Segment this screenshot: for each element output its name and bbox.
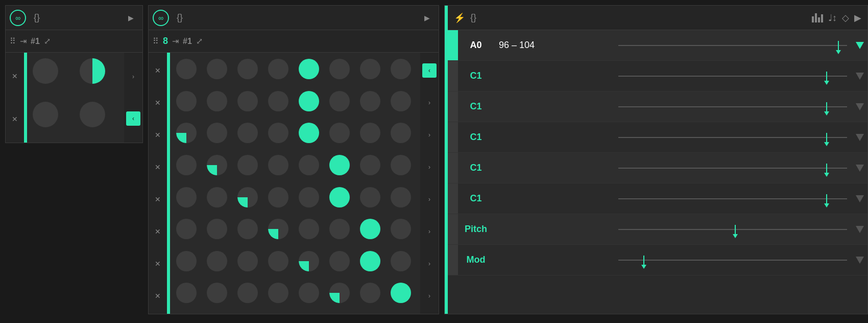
p2-arr-4[interactable]: › <box>422 192 437 206</box>
circle-5-0[interactable] <box>174 217 199 241</box>
p2-arr-3[interactable]: › <box>422 160 437 174</box>
circle-1-1[interactable] <box>205 89 229 113</box>
note-row-5[interactable]: C1 <box>448 183 867 214</box>
panel1-arrowin-icon[interactable]: ⇥ <box>20 36 27 46</box>
p2-arr-2[interactable]: › <box>422 128 437 142</box>
note-bookmark-2[interactable] <box>852 91 867 122</box>
panel3-pitch-icon[interactable]: ◇ <box>842 12 849 24</box>
circle-2-1[interactable] <box>205 121 229 145</box>
panel2-dots-icon[interactable]: ⠿ <box>153 36 159 46</box>
panel1-loop-icon[interactable]: ∞ <box>10 10 26 26</box>
panel3-note-icon[interactable]: ♩↕ <box>828 12 837 24</box>
circle-2-6[interactable] <box>358 121 382 145</box>
note-bookmark-4[interactable] <box>852 153 867 183</box>
circle-0-6[interactable] <box>358 57 382 81</box>
note-bookmark-5[interactable] <box>852 183 867 214</box>
circle-5-3[interactable] <box>266 217 291 241</box>
circle-3-5[interactable] <box>327 153 352 177</box>
circle-1-6[interactable] <box>358 89 382 113</box>
panel3-play-icon[interactable]: ▶ <box>854 12 861 24</box>
circle-2-7[interactable] <box>389 121 413 145</box>
panel1-resize-icon[interactable]: ⤢ <box>44 36 51 46</box>
p2-arr-5[interactable]: › <box>422 224 437 239</box>
circle-4-6[interactable] <box>358 185 382 210</box>
panel1-braces-icon[interactable]: {} <box>29 10 44 26</box>
circle-0-4[interactable] <box>297 57 321 81</box>
circle-4-0[interactable] <box>174 185 199 210</box>
circle-1-3[interactable] <box>266 89 291 113</box>
panel2-braces-icon[interactable]: {} <box>172 10 187 26</box>
circle-5-6[interactable] <box>358 217 382 241</box>
circle-4-4[interactable] <box>297 185 321 210</box>
panel1-play-icon[interactable]: ▶ <box>123 10 138 26</box>
note-bookmark-3[interactable] <box>852 122 867 152</box>
circle-4-3[interactable] <box>266 185 291 210</box>
note-slider-area-4[interactable] <box>613 168 852 169</box>
p2-x-6[interactable]: ✕ <box>153 226 163 237</box>
circle-7-3[interactable] <box>266 281 291 305</box>
circle-3-4[interactable] <box>297 153 321 177</box>
note-bookmark-1[interactable] <box>852 61 867 91</box>
panel3-bolt-icon[interactable]: ⚡ <box>454 12 465 24</box>
p2-arr-0[interactable]: ‹ <box>422 63 437 78</box>
circle-2-5[interactable] <box>327 121 352 145</box>
circle-6-1[interactable] <box>205 249 229 273</box>
circle-7-5[interactable] <box>327 281 352 305</box>
cell-0-0[interactable] <box>31 57 60 85</box>
panel3-braces-icon[interactable]: {} <box>470 12 476 23</box>
panel2-loop-icon[interactable]: ∞ <box>153 10 169 26</box>
circle-3-0[interactable] <box>174 153 199 177</box>
circle-5-5[interactable] <box>327 217 352 241</box>
cell-1-1[interactable] <box>78 100 107 129</box>
circle-6-2[interactable] <box>235 249 260 273</box>
note-row-7[interactable]: Mod <box>448 245 867 275</box>
note-slider-area-1[interactable] <box>613 76 852 77</box>
p2-x-1[interactable]: ✕ <box>153 65 163 76</box>
note-bookmark-7[interactable] <box>852 245 867 275</box>
circle-0-5[interactable] <box>327 57 352 81</box>
circle-1-2[interactable] <box>235 89 260 113</box>
circle-6-0[interactable] <box>174 249 199 273</box>
note-slider-area-3[interactable] <box>613 137 852 138</box>
circle-0-1[interactable] <box>205 57 229 81</box>
panel2-resize-icon[interactable]: ⤢ <box>196 36 203 46</box>
note-bookmark-0[interactable] <box>852 30 867 60</box>
circle-7-6[interactable] <box>358 281 382 305</box>
circle-6-5[interactable] <box>327 249 352 273</box>
circle-6-7[interactable] <box>389 249 413 273</box>
note-slider-area-6[interactable] <box>613 229 852 230</box>
note-slider-area-2[interactable] <box>613 106 852 107</box>
panel3-bars-icon[interactable] <box>812 13 823 22</box>
circle-3-6[interactable] <box>358 153 382 177</box>
circle-1-7[interactable] <box>389 89 413 113</box>
note-row-1[interactable]: C1 <box>448 61 867 91</box>
panel2-play-icon[interactable]: ▶ <box>419 10 435 26</box>
circle-3-1[interactable] <box>205 153 229 177</box>
circle-2-4[interactable] <box>297 121 321 145</box>
panel1-arrow-1[interactable]: › <box>126 70 140 84</box>
note-slider-area-0[interactable] <box>613 45 852 46</box>
circle-5-7[interactable] <box>389 217 413 241</box>
circle-3-2[interactable] <box>235 153 260 177</box>
circle-7-4[interactable] <box>297 281 321 305</box>
p2-x-7[interactable]: ✕ <box>153 259 163 269</box>
circle-0-3[interactable] <box>266 57 291 81</box>
cell-1-0[interactable] <box>31 100 60 129</box>
p2-x-3[interactable]: ✕ <box>153 130 163 140</box>
note-bookmark-6[interactable] <box>852 214 867 244</box>
note-row-6[interactable]: Pitch <box>448 214 867 245</box>
circle-7-2[interactable] <box>235 281 260 305</box>
circle-6-4[interactable] <box>297 249 321 273</box>
circle-1-5[interactable] <box>327 89 352 113</box>
circle-2-2[interactable] <box>235 121 260 145</box>
circle-4-1[interactable] <box>205 185 229 210</box>
circle-3-3[interactable] <box>266 153 291 177</box>
panel1-x-btn-1[interactable]: ✕ <box>10 71 20 81</box>
note-row-3[interactable]: C1 <box>448 122 867 153</box>
p2-x-4[interactable]: ✕ <box>153 162 163 172</box>
circle-5-1[interactable] <box>205 217 229 241</box>
circle-2-3[interactable] <box>266 121 291 145</box>
p2-arr-6[interactable]: › <box>422 257 437 271</box>
note-row-0[interactable]: A096 – 104 <box>448 30 867 61</box>
circle-1-4[interactable] <box>297 89 321 113</box>
